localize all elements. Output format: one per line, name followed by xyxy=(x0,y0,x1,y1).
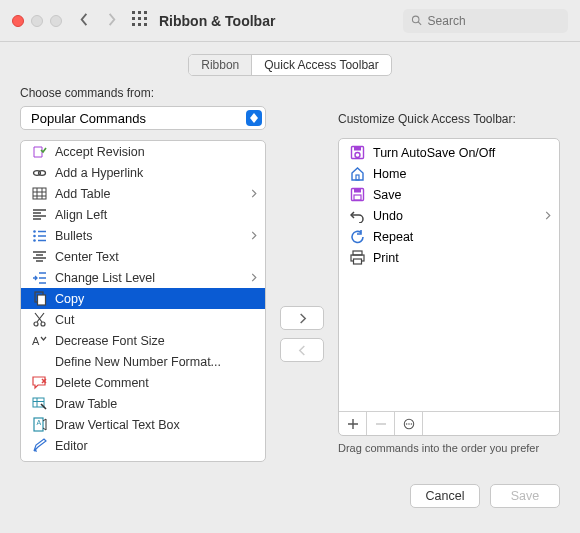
select-value: Popular Commands xyxy=(31,111,146,126)
undo-icon xyxy=(349,208,365,224)
svg-rect-0 xyxy=(132,11,135,14)
close-window-button[interactable] xyxy=(12,15,24,27)
svg-point-9 xyxy=(412,16,419,23)
svg-line-10 xyxy=(418,22,421,25)
accept-icon xyxy=(31,144,47,160)
table-icon xyxy=(31,186,47,202)
list-item-label: Repeat xyxy=(373,230,549,244)
list-item-label: Cut xyxy=(55,313,255,327)
list-item-label: Align Left xyxy=(55,208,255,222)
tab-ribbon[interactable]: Ribbon xyxy=(189,55,251,75)
remove-item-button[interactable] xyxy=(367,412,395,435)
titlebar: Ribbon & Toolbar xyxy=(0,0,580,42)
submenu-chevron-icon xyxy=(251,187,257,201)
list-item[interactable]: Copy xyxy=(21,288,265,309)
svg-point-13 xyxy=(408,423,410,425)
list-item[interactable]: Draw Vertical Text Box xyxy=(21,414,265,435)
svg-rect-3 xyxy=(132,17,135,20)
reorder-hint: Drag commands into the order you prefer xyxy=(338,442,560,454)
listlevel-icon xyxy=(31,270,47,286)
window-title: Ribbon & Toolbar xyxy=(159,13,275,29)
more-options-button[interactable] xyxy=(395,412,423,435)
remove-command-button[interactable] xyxy=(280,338,324,362)
list-item[interactable]: Bullets xyxy=(21,225,265,246)
home-icon xyxy=(349,166,365,182)
list-item[interactable]: Add a Hyperlink xyxy=(21,162,265,183)
forward-button[interactable] xyxy=(105,12,118,30)
submenu-chevron-icon xyxy=(251,229,257,243)
list-item-label: Decrease Font Size xyxy=(55,334,255,348)
list-item-label: Draw Table xyxy=(55,397,255,411)
dialog-footer: Cancel Save xyxy=(0,474,580,508)
list-item[interactable]: Center Text xyxy=(21,246,265,267)
list-item[interactable]: Home xyxy=(339,163,559,184)
list-item-label: Add a Hyperlink xyxy=(55,166,255,180)
blank-icon xyxy=(31,354,47,370)
list-item[interactable]: Cut xyxy=(21,309,265,330)
list-item[interactable]: Draw Table xyxy=(21,393,265,414)
svg-rect-6 xyxy=(132,23,135,26)
qat-toolbar xyxy=(339,411,559,435)
list-item-label: Draw Vertical Text Box xyxy=(55,418,255,432)
cancel-button[interactable]: Cancel xyxy=(410,484,480,508)
svg-point-14 xyxy=(410,423,412,425)
svg-rect-7 xyxy=(138,23,141,26)
list-item[interactable]: Turn AutoSave On/Off xyxy=(339,142,559,163)
customize-qat-label: Customize Quick Access Toolbar: xyxy=(338,112,560,126)
list-item[interactable]: Align Left xyxy=(21,204,265,225)
list-item[interactable]: Define New Number Format... xyxy=(21,351,265,372)
apps-grid-icon[interactable] xyxy=(132,11,147,30)
list-item[interactable]: Change List Level xyxy=(21,267,265,288)
minimize-window-button[interactable] xyxy=(31,15,43,27)
fontdown-icon xyxy=(31,333,47,349)
svg-rect-2 xyxy=(144,11,147,14)
save-icon xyxy=(349,187,365,203)
svg-rect-4 xyxy=(138,17,141,20)
commands-source-select[interactable]: Popular Commands xyxy=(20,106,266,130)
list-item[interactable]: Undo xyxy=(339,205,559,226)
choose-commands-label: Choose commands from: xyxy=(20,86,266,100)
list-item-label: Home xyxy=(373,167,549,181)
nav-arrows xyxy=(78,12,118,30)
zoom-window-button[interactable] xyxy=(50,15,62,27)
svg-rect-8 xyxy=(144,23,147,26)
add-command-button[interactable] xyxy=(280,306,324,330)
list-item[interactable]: Save xyxy=(339,184,559,205)
editor-icon xyxy=(31,438,47,454)
qat-listbox[interactable]: Turn AutoSave On/OffHomeSaveUndoRepeatPr… xyxy=(338,138,560,436)
list-item-label: Print xyxy=(373,251,549,265)
list-item-label: Change List Level xyxy=(55,271,255,285)
tab-bar: Ribbon Quick Access Toolbar xyxy=(0,42,580,86)
back-button[interactable] xyxy=(78,12,91,30)
list-item-label: Bullets xyxy=(55,229,255,243)
commands-listbox[interactable]: Accept RevisionAdd a HyperlinkAdd TableA… xyxy=(20,140,266,462)
list-item[interactable]: Repeat xyxy=(339,226,559,247)
list-item[interactable]: Add Table xyxy=(21,183,265,204)
print-icon xyxy=(349,250,365,266)
select-stepper-icon xyxy=(246,110,262,126)
alignleft-icon xyxy=(31,207,47,223)
save-button[interactable]: Save xyxy=(490,484,560,508)
list-item-label: Copy xyxy=(55,292,255,306)
svg-point-12 xyxy=(405,423,407,425)
autosave-icon xyxy=(349,145,365,161)
drawtable-icon xyxy=(31,396,47,412)
list-item[interactable]: Print xyxy=(339,247,559,268)
submenu-chevron-icon xyxy=(251,271,257,285)
list-item-label: Save xyxy=(373,188,549,202)
center-icon xyxy=(31,249,47,265)
list-item[interactable]: Editor xyxy=(21,435,265,456)
window-controls xyxy=(12,15,62,27)
list-item[interactable]: Delete Comment xyxy=(21,372,265,393)
tab-quick-access-toolbar[interactable]: Quick Access Toolbar xyxy=(251,55,391,75)
search-input[interactable] xyxy=(428,14,560,28)
add-item-button[interactable] xyxy=(339,412,367,435)
delcomment-icon xyxy=(31,375,47,391)
cut-icon xyxy=(31,312,47,328)
list-item-label: Delete Comment xyxy=(55,376,255,390)
list-item[interactable]: Accept Revision xyxy=(21,141,265,162)
list-item-label: Editor xyxy=(55,439,255,453)
search-field[interactable] xyxy=(403,9,568,33)
list-item[interactable]: Decrease Font Size xyxy=(21,330,265,351)
list-item-label: Define New Number Format... xyxy=(55,355,255,369)
